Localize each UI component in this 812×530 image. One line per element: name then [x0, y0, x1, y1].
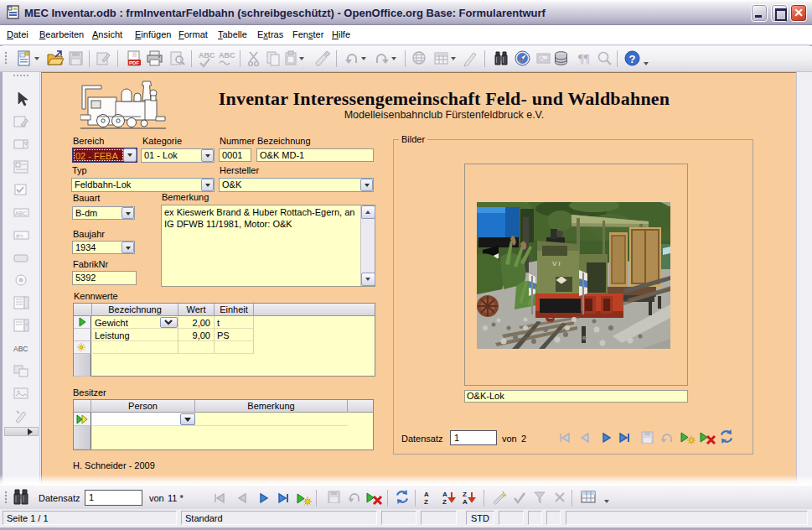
- svg-text:ABC: ABC: [199, 51, 215, 60]
- svg-text:Z: Z: [424, 498, 428, 505]
- svg-text:¶¶: ¶¶: [578, 52, 590, 65]
- svg-text:Z: Z: [463, 491, 467, 498]
- svg-text:ABC: ABC: [15, 210, 27, 216]
- svg-text:#=: #=: [16, 232, 23, 240]
- svg-text:PDF: PDF: [129, 60, 139, 65]
- svg-text:ABC: ABC: [13, 345, 28, 353]
- svg-text:Z: Z: [442, 498, 447, 505]
- svg-text:A: A: [424, 491, 429, 498]
- svg-text:A: A: [442, 491, 447, 498]
- svg-text:ABC: ABC: [219, 51, 235, 60]
- svg-text:?: ?: [629, 53, 636, 65]
- svg-text:V I: V I: [552, 260, 561, 268]
- svg-text:A: A: [463, 498, 468, 505]
